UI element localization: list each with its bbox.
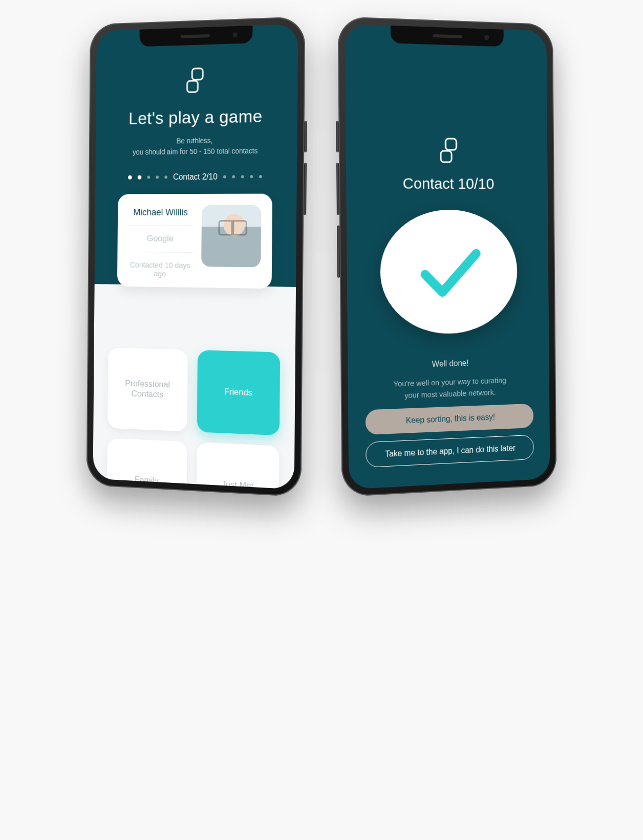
category-family[interactable]: Family: [107, 438, 187, 489]
category-professional-contacts[interactable]: Professional Contacts: [108, 347, 188, 431]
app-logo-icon: [439, 135, 459, 166]
go-to-app-button[interactable]: Take me to the app, I can do this later: [366, 435, 534, 468]
contact-card: Michael Willlis Google Contacted 10 days…: [117, 194, 272, 289]
pager-label: Contact 2/10: [173, 172, 218, 182]
app-screen-done: Contact 10/10 Well done! You're well on …: [345, 24, 550, 490]
keep-sorting-button[interactable]: Keep sorting, this is easy!: [366, 404, 534, 435]
phone-notch: [139, 26, 252, 47]
category-friends[interactable]: Friends: [197, 350, 281, 435]
contact-last-contacted: Contacted 10 days ago: [127, 252, 192, 278]
svg-rect-1: [187, 81, 198, 92]
phone-mockup-left: Let's play a game Be ruthless, you shoul…: [87, 16, 306, 497]
phone-mockup-right: Contact 10/10 Well done! You're well on …: [338, 16, 557, 497]
svg-rect-2: [445, 139, 456, 150]
svg-rect-0: [192, 68, 203, 80]
category-grid: Professional Contacts Friends Family Jus…: [93, 334, 296, 489]
success-heading: Well done!: [432, 359, 469, 369]
page-title: Let's play a game: [108, 106, 284, 129]
app-screen-game: Let's play a game Be ruthless, you shoul…: [93, 24, 298, 490]
page-title: Contact 10/10: [403, 175, 495, 193]
contact-company: Google: [128, 226, 193, 253]
contact-name: Michael Willlis: [128, 205, 193, 226]
category-just-met[interactable]: Just Met: [196, 442, 280, 489]
contact-avatar: [201, 205, 261, 268]
success-check-icon: [380, 210, 518, 335]
svg-rect-3: [441, 151, 452, 162]
app-logo-icon: [109, 60, 285, 100]
phone-notch: [391, 26, 504, 47]
page-subtitle: Be ruthless, you should aim for 50 - 150…: [108, 134, 284, 158]
progress-pager: Contact 2/10: [108, 172, 284, 182]
success-message: You're well on your way to curating your…: [394, 374, 507, 402]
